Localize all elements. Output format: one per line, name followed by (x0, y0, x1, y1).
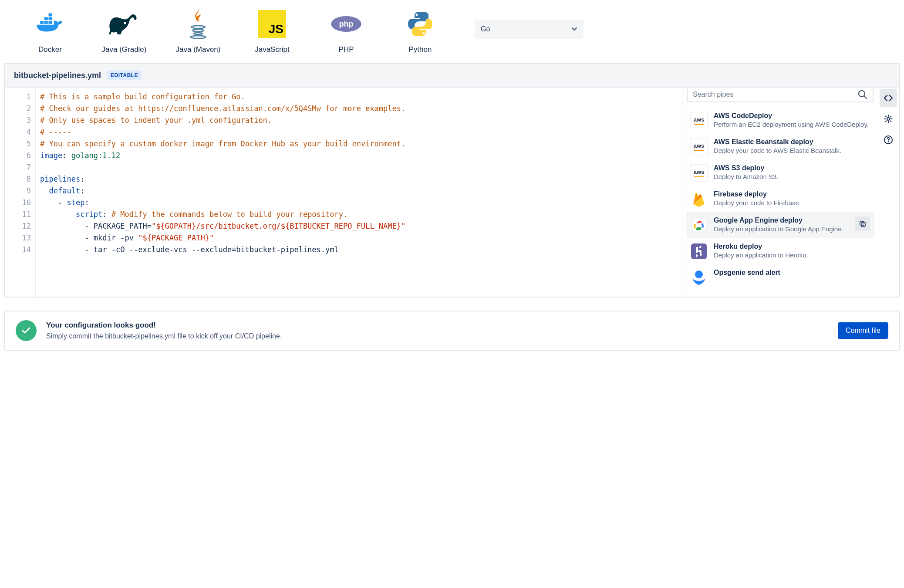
gradle-icon (109, 9, 139, 39)
svg-text:php: php (339, 20, 353, 28)
java-icon (183, 9, 213, 39)
language-java-gradle[interactable]: Java (Gradle) (96, 9, 152, 54)
right-rail (878, 88, 899, 297)
editor-card: bitbucket-pipelines.yml EDITABLE 1234567… (4, 63, 900, 297)
file-name: bitbucket-pipelines.yml (14, 71, 101, 80)
pipe-description: Perform an EC2 deployment using AWS Code… (714, 121, 870, 128)
gear-icon (884, 114, 893, 124)
language-templates-row: Docker Java (Gradle) Java (Maven) JS Jav… (4, 4, 900, 63)
language-label: PHP (339, 45, 354, 54)
pipe-description: Deploy an application to Heroku. (714, 251, 870, 259)
svg-rect-4 (49, 17, 52, 20)
copy-icon (859, 220, 867, 228)
pipe-title: AWS CodeDeploy (714, 112, 870, 120)
language-javascript[interactable]: JS JavaScript (244, 9, 300, 54)
pipe-title: AWS S3 deploy (714, 164, 870, 172)
pipe-item[interactable]: awsAWS Elastic Beanstalk deployDeploy yo… (686, 134, 874, 160)
svg-point-14 (423, 32, 425, 34)
aws-icon: aws (690, 112, 708, 129)
pipe-list: awsAWS CodeDeployPerform an EC2 deployme… (682, 108, 878, 297)
code-editor[interactable]: 1234567891011121314 # This is a sample b… (5, 88, 682, 297)
code-icon (884, 93, 893, 103)
dropdown-selected: Go (481, 25, 490, 33)
editable-badge: EDITABLE (107, 71, 142, 80)
pipe-item[interactable]: awsAWS S3 deployDeploy to Amazon S3. (686, 160, 874, 186)
pipe-item[interactable]: Firebase deployDeploy your code to Fireb… (686, 186, 874, 212)
success-icon (16, 320, 37, 341)
pipe-item[interactable]: Opsgenie send alert (686, 264, 874, 291)
svg-rect-18 (861, 223, 865, 226)
svg-rect-19 (860, 221, 864, 225)
editor-header: bitbucket-pipelines.yml EDITABLE (5, 64, 899, 88)
help-icon (884, 135, 893, 145)
opsgenie-icon (690, 269, 708, 286)
pipe-item[interactable]: Heroku deployDeploy an application to He… (686, 238, 874, 264)
pipe-title: Opsgenie send alert (714, 269, 870, 277)
svg-point-6 (124, 22, 126, 24)
language-label: JavaScript (255, 45, 289, 54)
pipe-description: Deploy your code to Firebase. (714, 199, 870, 206)
svg-rect-5 (49, 14, 52, 17)
language-label: Docker (38, 45, 62, 54)
help-button[interactable] (880, 131, 897, 149)
svg-point-13 (416, 14, 418, 16)
javascript-icon: JS (257, 9, 287, 39)
pipe-item[interactable]: Google App Engine deployDeploy an applic… (686, 212, 874, 238)
aws-icon: aws (690, 164, 708, 182)
svg-point-21 (695, 270, 703, 278)
php-icon: php (331, 9, 361, 39)
pipes-sidebar: awsAWS CodeDeployPerform an EC2 deployme… (682, 88, 878, 297)
pipe-description: Deploy an application to Google App Engi… (714, 225, 849, 233)
pipe-description: Deploy your code to AWS Elastic Beanstal… (714, 147, 870, 154)
svg-rect-1 (44, 21, 48, 24)
commit-file-button[interactable]: Commit file (838, 322, 888, 339)
language-label: Python (409, 45, 432, 54)
svg-point-17 (691, 218, 706, 233)
svg-point-9 (194, 33, 202, 34)
validation-subtitle: Simply commit the bitbucket-pipelines.ym… (46, 332, 828, 340)
line-gutter: 1234567891011121314 (5, 88, 36, 297)
language-java-maven[interactable]: Java (Maven) (170, 9, 226, 54)
pipe-title: AWS Elastic Beanstalk deploy (714, 138, 870, 146)
code-content[interactable]: # This is a sample build configuration f… (36, 88, 682, 297)
svg-rect-2 (49, 21, 52, 24)
language-label: Java (Maven) (176, 45, 221, 54)
aws-icon: aws (690, 138, 708, 155)
svg-point-7 (191, 26, 205, 28)
heroku-icon (690, 243, 708, 260)
svg-rect-3 (44, 17, 48, 20)
python-icon (405, 9, 435, 39)
validation-title: Your configuration looks good! (46, 321, 828, 330)
svg-line-16 (864, 96, 867, 98)
svg-point-22 (887, 118, 890, 120)
docker-icon (35, 9, 65, 39)
svg-rect-0 (40, 21, 44, 24)
language-python[interactable]: Python (392, 9, 449, 54)
svg-point-8 (192, 30, 204, 32)
pipe-title: Heroku deploy (714, 243, 870, 250)
pipe-title: Firebase deploy (714, 190, 870, 198)
pipe-description: Deploy to Amazon S3. (714, 173, 870, 180)
language-docker[interactable]: Docker (22, 9, 78, 54)
settings-button[interactable] (880, 110, 897, 128)
code-view-button[interactable] (880, 89, 897, 107)
search-icon (858, 90, 867, 99)
copy-button[interactable] (855, 216, 870, 231)
chevron-down-icon (571, 26, 577, 32)
validation-card: Your configuration looks good! Simply co… (4, 311, 900, 351)
firebase-icon (690, 190, 708, 208)
language-dropdown[interactable]: Go (475, 20, 584, 39)
search-input[interactable] (693, 91, 858, 98)
gcp-icon (690, 216, 708, 234)
svg-point-15 (859, 91, 865, 97)
language-php[interactable]: php PHP (318, 9, 374, 54)
svg-point-10 (190, 36, 206, 38)
search-box[interactable] (687, 88, 874, 102)
language-label: Java (Gradle) (102, 45, 147, 54)
pipe-item[interactable]: awsAWS CodeDeployPerform an EC2 deployme… (686, 108, 874, 134)
pipe-title: Google App Engine deploy (714, 216, 849, 224)
svg-point-24 (888, 141, 889, 142)
